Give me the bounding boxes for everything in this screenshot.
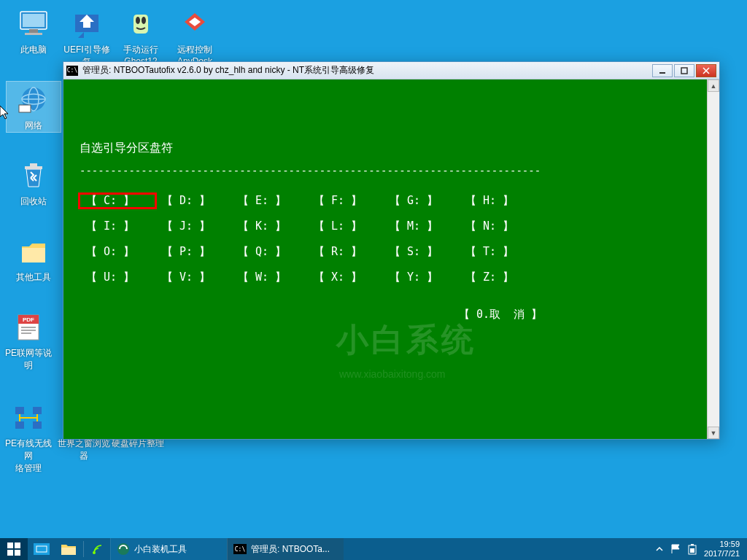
svg-rect-18	[21, 327, 36, 328]
drive-option-z[interactable]: 【 Z: 】	[459, 271, 535, 284]
clock-time: 19:59	[704, 540, 740, 549]
svg-rect-48	[15, 550, 20, 556]
svg-rect-2	[29, 29, 38, 33]
desktop-icon-this-pc[interactable]: 此电脑	[7, 6, 61, 56]
desktop-icon-remote-ctrl[interactable]: 远程控制 AnyDesk	[168, 6, 222, 66]
taskbar-app-label: 管理员: NTBOOTa...	[251, 543, 330, 556]
drive-option-p[interactable]: 【 P: 】	[155, 245, 231, 259]
remote-ctrl-icon	[177, 6, 212, 41]
svg-rect-19	[21, 330, 36, 331]
svg-rect-20	[21, 332, 31, 334]
flag-icon[interactable]	[670, 544, 681, 554]
svg-rect-24	[33, 421, 42, 429]
close-button[interactable]	[696, 64, 716, 77]
desktop-icon-pe-net-desc[interactable]: PDFPE联网等说明	[1, 309, 55, 372]
start-button[interactable]	[0, 538, 28, 560]
drive-option-w[interactable]: 【 W: 】	[231, 271, 307, 284]
this-pc-icon	[16, 6, 51, 41]
svg-rect-22	[33, 407, 42, 414]
tray-chevron-icon[interactable]	[656, 544, 663, 554]
drive-option-v[interactable]: 【 V: 】	[155, 271, 231, 284]
drive-option-h[interactable]: 【 H: 】	[459, 194, 535, 208]
desktop-icon-other-tools[interactable]: 其他工具	[7, 233, 61, 284]
drive-option-d[interactable]: 【 D: 】	[155, 194, 231, 208]
taskbar-explorer[interactable]	[55, 538, 82, 560]
wifi-icon	[91, 542, 104, 556]
svg-rect-45	[7, 542, 13, 548]
cancel-option[interactable]: 【 0.取 消 】	[80, 308, 707, 322]
desktop-icon-network[interactable]: 网络	[7, 82, 61, 132]
taskbar-clock[interactable]: 19:59 2017/7/21	[704, 540, 740, 559]
desktop-icon-uefi-repair[interactable]: UEFI引导修复	[60, 6, 114, 69]
drive-option-o[interactable]: 【 O: 】	[80, 245, 155, 259]
desktop-icon-label: PE有线无线网 络管理	[1, 438, 55, 475]
pe-net-desc-icon: PDF	[11, 309, 46, 344]
desktop-icon-label: 网络	[7, 120, 61, 132]
drive-option-k[interactable]: 【 K: 】	[231, 219, 307, 233]
drive-option-i[interactable]: 【 I: 】	[80, 219, 155, 233]
svg-rect-14	[22, 248, 45, 262]
svg-rect-55	[691, 544, 694, 545]
window-title: 管理员: NTBOOTautofix v2.6.0 by chz_hlh and…	[82, 64, 652, 77]
terminal-heading: 自选引导分区盘符	[80, 141, 707, 156]
xiaobai-icon	[117, 542, 130, 556]
drive-option-m[interactable]: 【 M: 】	[383, 219, 459, 233]
svg-rect-51	[61, 548, 76, 555]
svg-point-6	[142, 17, 146, 24]
scroll-down-button[interactable]: ▼	[708, 427, 719, 439]
svg-rect-47	[7, 550, 13, 556]
drive-option-y[interactable]: 【 Y: 】	[383, 271, 459, 284]
taskbar-app-label: 小白装机工具	[134, 543, 187, 556]
svg-rect-46	[15, 542, 20, 548]
svg-rect-1	[23, 14, 44, 27]
taskbar-wifi[interactable]	[85, 538, 110, 560]
taskbar-app-ntboot[interactable]: C:\ 管理员: NTBOOTa...	[227, 538, 344, 560]
ntbootautofix-window: C:\ 管理员: NTBOOTautofix v2.6.0 by chz_hlh…	[63, 61, 720, 440]
drive-option-e[interactable]: 【 E: 】	[231, 194, 307, 208]
console-icon: C:\	[66, 66, 78, 76]
drive-option-t[interactable]: 【 T: 】	[459, 245, 535, 259]
svg-rect-3	[25, 33, 42, 35]
drive-option-s[interactable]: 【 S: 】	[383, 245, 459, 259]
drive-option-l[interactable]: 【 L: 】	[307, 219, 383, 233]
drive-option-r[interactable]: 【 R: 】	[307, 245, 383, 259]
minimize-button[interactable]	[652, 64, 673, 77]
drive-option-n[interactable]: 【 N: 】	[459, 219, 535, 233]
drive-option-u[interactable]: 【 U: 】	[80, 271, 155, 284]
maximize-button[interactable]	[674, 64, 694, 77]
taskview-icon	[34, 543, 50, 555]
other-tools-icon	[16, 233, 51, 268]
desktop-icon-label: 此电脑	[7, 44, 61, 56]
drive-option-j[interactable]: 【 J: 】	[155, 219, 231, 233]
drive-option-g[interactable]: 【 G: 】	[383, 194, 459, 208]
svg-rect-56	[690, 548, 694, 553]
drive-option-c[interactable]: 【 C: 】	[80, 194, 155, 208]
svg-point-5	[136, 17, 140, 24]
svg-rect-49	[34, 543, 50, 555]
svg-rect-21	[15, 407, 24, 414]
windows-icon	[7, 542, 20, 556]
taskbar-taskview[interactable]	[28, 538, 55, 560]
drive-option-x[interactable]: 【 X: 】	[307, 271, 383, 284]
desktop-icon-label: 世界之窗浏览 器	[57, 438, 111, 462]
desktop-icon-manual-run[interactable]: 手动运行 Ghost12	[114, 6, 168, 66]
network-icon	[16, 82, 51, 117]
desktop-icon-pe-net-mgr[interactable]: PE有线无线网 络管理	[1, 400, 55, 475]
vertical-scrollbar[interactable]: ▲ ▼	[707, 79, 719, 439]
battery-icon[interactable]	[688, 543, 697, 555]
titlebar[interactable]: C:\ 管理员: NTBOOTautofix v2.6.0 by chz_hlh…	[63, 62, 719, 79]
taskbar: 小白装机工具 C:\ 管理员: NTBOOTa... 19:59 2017/7/…	[0, 538, 747, 560]
desktop-icon-recycle[interactable]: 回收站	[7, 158, 61, 208]
svg-rect-23	[15, 421, 24, 429]
manual-run-icon	[123, 6, 158, 41]
drive-option-q[interactable]: 【 Q: 】	[231, 245, 307, 259]
desktop-icon-label: PE联网等说明	[1, 347, 55, 372]
console-icon: C:\	[233, 544, 247, 554]
desktop-icon-label: 回收站	[7, 195, 61, 208]
svg-rect-12	[25, 166, 42, 169]
taskbar-app-xiaobai[interactable]: 小白装机工具	[110, 538, 227, 560]
folder-icon	[61, 543, 76, 555]
scroll-up-button[interactable]: ▲	[708, 79, 719, 92]
drive-option-f[interactable]: 【 F: 】	[307, 194, 383, 208]
svg-text:PDF: PDF	[23, 316, 34, 323]
